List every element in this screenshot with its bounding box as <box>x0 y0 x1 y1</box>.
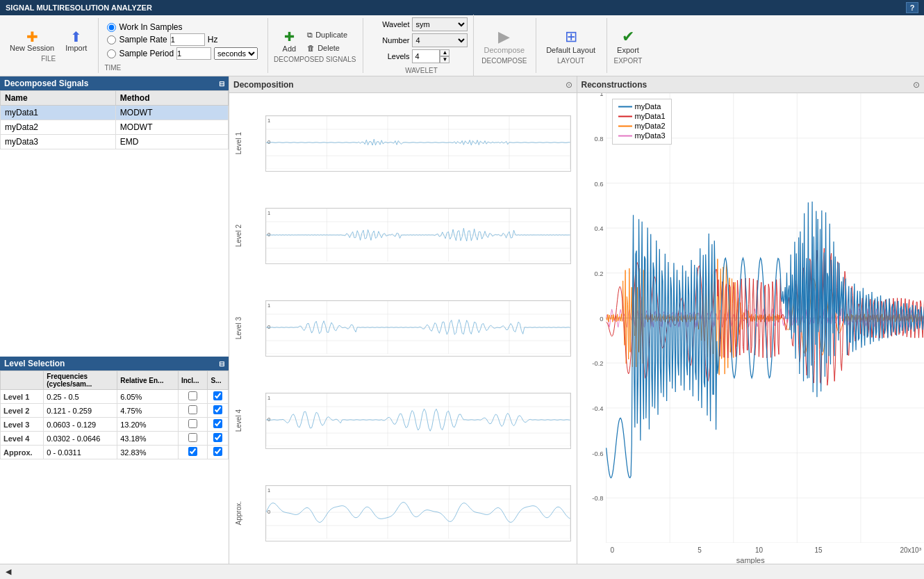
freq-cell: 0.25 - 0.5 <box>44 390 117 404</box>
levels-spinner: ▲ ▼ <box>412 49 449 63</box>
duplicate-icon: ⧉ <box>307 31 313 40</box>
s-checkbox-cell[interactable] <box>208 432 229 446</box>
decompose-icon: ▶ <box>498 28 510 46</box>
decomposed-signals-header[interactable]: Decomposed Signals ⊟ <box>0 76 229 90</box>
new-session-button[interactable]: ✚ New Session <box>6 28 58 54</box>
right-panel-pin[interactable]: ⊙ <box>913 80 920 90</box>
wavelet-select[interactable]: sym db haar <box>412 17 468 31</box>
s-checkbox-cell[interactable] <box>208 418 229 432</box>
incl-checkbox[interactable] <box>188 419 197 428</box>
levels-down-button[interactable]: ▼ <box>440 56 449 63</box>
sample-rate-radio[interactable] <box>107 35 116 44</box>
main-content: Decomposed Signals ⊟ Name Method myData1… <box>0 76 924 564</box>
add-button[interactable]: ✚ Add <box>279 28 301 54</box>
incl-checkbox[interactable] <box>188 391 197 400</box>
chart-level-label-2: Level 3 <box>235 317 263 339</box>
export-button[interactable]: ✔ Export <box>613 26 643 56</box>
decomposed-signal-row[interactable]: myData1MODWT <box>1 106 229 120</box>
signal-method-cell: EMD <box>115 135 228 149</box>
incl-checkbox-cell[interactable] <box>178 404 208 418</box>
incl-checkbox-cell[interactable] <box>178 390 208 404</box>
recon-samples-label: samples <box>577 555 925 564</box>
sample-period-input[interactable] <box>176 47 211 60</box>
level-label-cell: Level 3 <box>1 418 44 432</box>
level-selection-row: Level 2 0.121 - 0.259 4.75% <box>1 404 229 418</box>
svg-text:1: 1 <box>600 93 603 97</box>
chart-level-label-3: Level 4 <box>235 409 263 432</box>
time-group-label: TIME <box>104 64 121 72</box>
svg-text:-0.6: -0.6 <box>592 450 603 457</box>
chart-svg-2: 10 <box>266 301 570 354</box>
incl-checkbox-cell[interactable] <box>178 432 208 446</box>
chart-svg-0: 10 <box>266 116 570 169</box>
decsig-group-label: DECOMPOSED SIGNALS <box>274 56 356 63</box>
toolbar-decsig-group: ✚ Add ⧉ Duplicate 🗑 Delete DECOMPOSED SI… <box>274 18 363 73</box>
incl-checkbox[interactable] <box>188 447 197 456</box>
signal-name-cell: myData2 <box>1 120 116 135</box>
s-checkbox[interactable] <box>213 447 222 456</box>
incl-checkbox-cell[interactable] <box>178 418 208 432</box>
incl-checkbox[interactable] <box>188 433 197 442</box>
legend-color-myData2 <box>618 125 632 127</box>
sample-rate-input[interactable] <box>170 33 205 46</box>
signal-method-cell: MODWT <box>115 120 228 135</box>
number-select[interactable]: 4268 <box>412 33 468 47</box>
svg-text:-0.4: -0.4 <box>592 405 603 412</box>
signal-method-cell: MODWT <box>115 106 228 120</box>
level-selection-header[interactable]: Level Selection ⊟ <box>0 357 229 370</box>
levels-input[interactable] <box>412 49 440 63</box>
level-selection-row: Level 1 0.25 - 0.5 6.05% <box>1 390 229 404</box>
s-checkbox-cell[interactable] <box>208 390 229 404</box>
level-collapse-btn[interactable]: ⊟ <box>219 360 224 368</box>
chart-box-2: 10 <box>265 300 571 357</box>
chart-box-4: 10 <box>265 485 571 541</box>
wavelet-group-label: WAVELET <box>374 67 468 74</box>
sample-period-radio[interactable] <box>107 49 116 58</box>
reconstructions-chart-area: 10.80.60.40.20-0.2-0.4-0.6-0.8myDatamyDa… <box>577 93 925 564</box>
decomp-chart-1: Level 210 <box>235 191 571 281</box>
svg-text:-0.8: -0.8 <box>592 495 603 502</box>
recon-x-label-3: 15 <box>789 546 848 554</box>
import-button[interactable]: ⬆ Import <box>61 28 91 54</box>
level-selection-row: Approx. 0 - 0.0311 32.83% <box>1 446 229 459</box>
period-unit-select[interactable]: seconds ms <box>214 47 258 60</box>
decomposed-signals-section: Decomposed Signals ⊟ Name Method myData1… <box>0 76 229 149</box>
legend-label-myData1: myData1 <box>635 112 666 120</box>
decompose-group-label: DECOMPOSE <box>481 57 527 65</box>
sample-rate-row: Sample Rate Hz <box>107 33 258 46</box>
decomposition-tab-title: Decomposition <box>233 80 294 90</box>
s-checkbox[interactable] <box>213 391 222 400</box>
number-label: Number <box>374 36 409 44</box>
toolbar-file-group: ✚ New Session ⬆ Import FILE <box>6 18 99 73</box>
center-panel-pin[interactable]: ⊙ <box>566 80 572 90</box>
number-row: Number 4268 <box>374 33 468 47</box>
s-checkbox[interactable] <box>213 419 222 428</box>
energy-cell: 32.83% <box>117 446 179 459</box>
legend-color-myData1 <box>618 115 632 117</box>
help-button[interactable]: ? <box>906 2 918 13</box>
decomposed-signal-row[interactable]: myData3EMD <box>1 135 229 149</box>
work-in-samples-radio[interactable] <box>107 23 116 32</box>
duplicate-button[interactable]: ⧉ Duplicate <box>303 29 352 41</box>
right-panel: Reconstructions ⊙ 10.80.60.40.20-0.2-0.4… <box>577 76 925 564</box>
decomposed-signal-row[interactable]: myData2MODWT <box>1 120 229 135</box>
incl-checkbox[interactable] <box>188 405 197 414</box>
time-radio-group: Work In Samples Sample Rate Hz Sample Pe… <box>104 19 261 63</box>
levels-up-button[interactable]: ▲ <box>440 49 449 56</box>
file-group-label: FILE <box>41 55 56 63</box>
reconstructions-tab-header: Reconstructions ⊙ <box>577 76 925 93</box>
recon-x-unit: x10³ <box>908 546 921 554</box>
incl-checkbox-cell[interactable] <box>178 446 208 459</box>
s-checkbox[interactable] <box>213 433 222 442</box>
decompose-button[interactable]: ▶ Decompose <box>479 26 529 56</box>
title-bar: SIGNAL MULTIRESOLUTION ANALYZER ? <box>0 0 924 15</box>
decomposition-chart-area: Level 110Level 210Level 310Level 410Appr… <box>229 93 577 564</box>
default-layout-button[interactable]: ⊞ Default Layout <box>542 26 600 56</box>
s-checkbox-cell[interactable] <box>208 446 229 459</box>
svg-text:0.4: 0.4 <box>594 225 603 232</box>
decomposed-collapse-btn[interactable]: ⊟ <box>219 80 224 88</box>
delete-button[interactable]: 🗑 Delete <box>303 42 352 54</box>
export-group-label: EXPORT <box>614 57 643 65</box>
s-checkbox-cell[interactable] <box>208 404 229 418</box>
s-checkbox[interactable] <box>213 405 222 414</box>
